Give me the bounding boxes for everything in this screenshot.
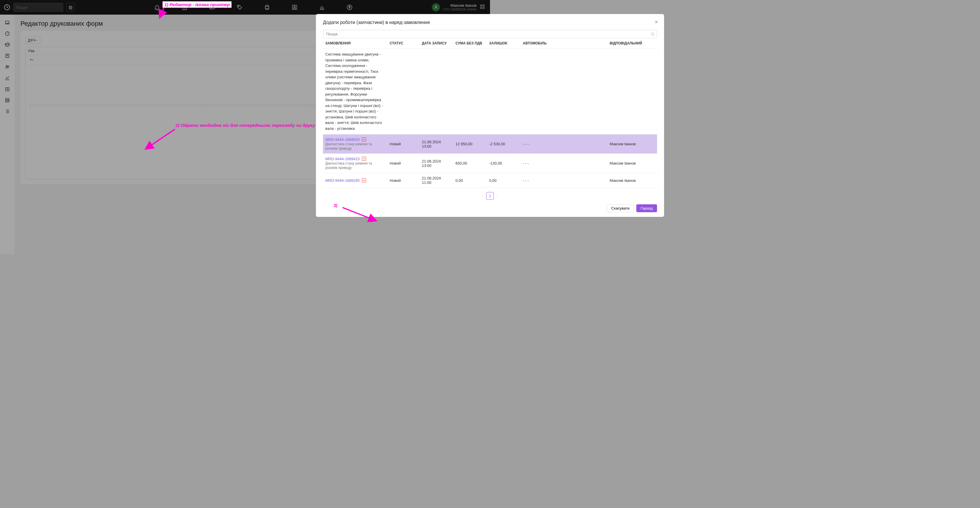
add-icon[interactable]: + xyxy=(362,157,366,161)
cell-balance: 0,00 xyxy=(487,173,490,188)
cell-sum: 12 650,00 xyxy=(453,135,487,154)
col-order: ЗАМОВЛЕННЯ xyxy=(323,38,387,49)
modal-search-input[interactable] xyxy=(323,30,490,38)
page-number[interactable]: 1 xyxy=(486,192,490,200)
order-id: MRD-9444-1669415 xyxy=(325,157,360,161)
order-desc: Система змащування двигуна - промивка і … xyxy=(323,49,387,135)
cell-status: Новий xyxy=(387,135,420,154)
cell-date: 21.08.2024 13:00 xyxy=(420,154,453,173)
cell-sum: 0,00 xyxy=(453,173,487,188)
modal-title: Додати роботи (запчастини) в наряд-замов… xyxy=(323,20,490,25)
order-id: MRD-9444-1669933 xyxy=(325,137,360,142)
col-balance: ЗАЛИШОК xyxy=(487,38,490,49)
cell-date: 21.08.2024 11:00 xyxy=(420,173,453,188)
cell-balance: -2 530,00 xyxy=(487,135,490,154)
modal-backdrop: Додати роботи (запчастини) в наряд-замов… xyxy=(0,0,490,254)
order-sub: Діагностика стану ременя та роликів прив… xyxy=(325,142,372,151)
order-id: MRD-9444-1669285 xyxy=(325,178,360,183)
modal: Додати роботи (запчастини) в наряд-замов… xyxy=(316,14,490,217)
cell-date: 21.08.2024 13:00 xyxy=(420,135,453,154)
table-row[interactable]: MRD-9444-1669415 + Діагностика стану рем… xyxy=(323,154,490,173)
cell-balance: -130,00 xyxy=(487,154,490,173)
add-icon[interactable]: + xyxy=(362,178,366,183)
col-status: СТАТУС xyxy=(387,38,420,49)
table-row[interactable]: MRD-9444-1669285 + Новий 21.08.2024 11:0… xyxy=(323,173,490,188)
table-row[interactable]: Система змащування двигуна - промивка і … xyxy=(323,49,490,135)
pagination: 〈 1 〉 xyxy=(323,188,490,201)
modal-search[interactable] xyxy=(323,30,490,38)
prev-page[interactable]: 〈 xyxy=(480,194,484,198)
table-row[interactable]: MRD-9444-1669933 + Діагностика стану рем… xyxy=(323,135,490,154)
cell-status: Новий xyxy=(387,154,420,173)
col-sum: СУМА БЕЗ ПДВ xyxy=(453,38,487,49)
orders-table: ЗАМОВЛЕННЯ СТАТУС ДАТА ЗАПИСУ СУМА БЕЗ П… xyxy=(323,38,490,188)
cell-sum: 650,00 xyxy=(453,154,487,173)
cell-status: Новий xyxy=(387,173,420,188)
col-date: ДАТА ЗАПИСУ xyxy=(420,38,453,49)
add-icon[interactable]: + xyxy=(362,137,366,141)
order-sub: Діагностика стану ременя та роликів прив… xyxy=(325,161,372,170)
